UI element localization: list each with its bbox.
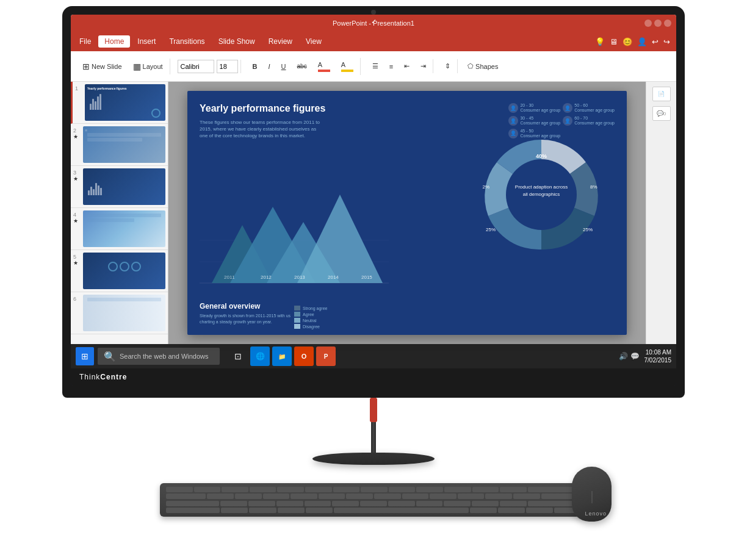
align-group: ⇕: [438, 59, 458, 73]
undo-icon[interactable]: ↩: [652, 37, 659, 46]
numbering-btn[interactable]: ≡: [385, 60, 397, 73]
underline-btn[interactable]: U: [277, 60, 290, 73]
taskbar-multitask-icon[interactable]: ⊡: [228, 346, 248, 366]
mouse-divider: [591, 491, 592, 503]
slide-num-5: 5: [73, 253, 81, 260]
bottom-area: Lenovo: [62, 471, 685, 517]
svg-text:2013: 2013: [294, 275, 305, 280]
network-icon[interactable]: 💬: [630, 352, 640, 361]
age-icon-1: 👤: [508, 103, 518, 113]
taskbar-store-icon[interactable]: 📁: [272, 346, 292, 366]
key: [222, 487, 248, 492]
key: [500, 487, 527, 492]
key-tab: [166, 494, 206, 499]
age-label-4: 60 - 70Consumer age group: [574, 116, 615, 126]
volume-icon[interactable]: 🔊: [619, 352, 628, 361]
shapes-label: Shapes: [475, 63, 498, 70]
key: [444, 501, 471, 506]
key-caps: [166, 501, 219, 506]
key-row-3: [166, 501, 581, 506]
emoji-icon: 😊: [622, 37, 632, 46]
menu-bar-right: 💡 🖥 😊 👤 ↩ ↪: [595, 37, 674, 46]
taskbar-icons: ⊡ 🌐 📁 O P: [228, 346, 336, 366]
indent-left-btn[interactable]: ⇤: [400, 59, 414, 73]
layout-btn[interactable]: ▦ Layout: [129, 59, 167, 74]
strikethrough-btn[interactable]: abc: [293, 60, 311, 73]
slide-star-2: ★: [73, 134, 81, 140]
svg-text:25%: 25%: [486, 227, 496, 232]
slide-thumb-6[interactable]: 6: [71, 292, 168, 334]
highlight-btn[interactable]: A: [337, 58, 358, 75]
menu-home[interactable]: Home: [98, 35, 130, 48]
key: [319, 494, 345, 499]
italic-btn[interactable]: I: [264, 60, 275, 73]
key: [416, 487, 443, 492]
stand-base: [312, 453, 435, 465]
key: [444, 487, 471, 492]
menu-insert[interactable]: Insert: [131, 35, 162, 48]
taskbar: ⊞ 🔍 Search the web and Windows ⊡ 🌐 📁 O: [71, 344, 676, 368]
new-slide-btn[interactable]: ⊞ New Slide: [78, 59, 126, 74]
maximize-btn[interactable]: [654, 20, 662, 27]
comments-icon[interactable]: 💬 0: [652, 106, 671, 121]
text-direction-btn[interactable]: ⇕: [441, 59, 455, 73]
slide-thumb-5[interactable]: 5 ★: [71, 250, 168, 292]
menu-review[interactable]: Review: [262, 35, 298, 48]
key: [498, 508, 525, 513]
slide-star-5: ★: [73, 260, 81, 266]
taskbar-ppt-icon[interactable]: P: [316, 346, 336, 366]
minimize-btn[interactable]: [644, 20, 652, 27]
taskbar-office-icon[interactable]: O: [294, 346, 314, 366]
slide-thumb-3[interactable]: 3 ★: [71, 166, 168, 208]
key: [207, 494, 234, 499]
menu-file[interactable]: File: [73, 35, 97, 48]
font-color-btn[interactable]: A: [314, 58, 334, 75]
key: [388, 501, 415, 506]
svg-text:8%: 8%: [590, 184, 597, 190]
bold-btn[interactable]: B: [248, 60, 262, 73]
windows-start-btn[interactable]: ⊞: [76, 347, 94, 365]
key: [305, 487, 332, 492]
mouse: Lenovo: [572, 467, 612, 522]
taskbar-edge-icon[interactable]: 🌐: [250, 346, 270, 366]
svg-text:2%: 2%: [482, 184, 489, 190]
key: [250, 487, 276, 492]
key: [306, 508, 333, 513]
mountain-chart: 2011 2012 2013 2014 2015: [200, 188, 389, 286]
search-bar[interactable]: 🔍 Search the web and Windows: [98, 348, 220, 365]
svg-text:2015: 2015: [361, 275, 372, 280]
close-btn[interactable]: [664, 20, 671, 27]
slide-thumb-2[interactable]: 2 ★ ◼: [71, 124, 168, 166]
font-size-input[interactable]: [217, 60, 238, 73]
keyboard: [160, 483, 587, 517]
menu-view[interactable]: View: [300, 35, 328, 48]
redo-icon[interactable]: ↪: [663, 37, 670, 46]
menu-slideshow[interactable]: Slide Show: [212, 35, 261, 48]
general-text: Steady growth is shown from 2011-2015 wi…: [200, 313, 297, 325]
slide-thumb-4[interactable]: 4 ★: [71, 208, 168, 250]
highlight-label: A: [341, 61, 353, 72]
slide-thumb-1[interactable]: 1 Yearly performance figures: [71, 82, 168, 124]
user-icon: 👤: [637, 37, 647, 46]
key: [402, 494, 429, 499]
key: [361, 487, 388, 492]
slide-preview-2: ◼: [83, 126, 165, 163]
key: [526, 508, 553, 513]
bullets-btn[interactable]: ☰: [368, 59, 383, 73]
shapes-btn[interactable]: ⬠ Shapes: [463, 60, 503, 73]
store-label: 📁: [278, 353, 286, 360]
notes-icon[interactable]: 📄: [652, 87, 671, 101]
title-bar: ✓ PowerPoint - Presentation1: [71, 15, 676, 32]
font-name-input[interactable]: [178, 60, 214, 73]
monitor-bottom: [71, 386, 676, 398]
menu-transitions[interactable]: Transitions: [163, 35, 211, 48]
mouse-brand-label: Lenovo: [585, 511, 607, 517]
age-group-4: 👤 60 - 70Consumer age group: [563, 116, 615, 126]
slide-star-4: ★: [73, 218, 81, 224]
slide-num-4: 4: [73, 210, 81, 218]
font-color-label: A: [318, 61, 330, 72]
indent-right-btn[interactable]: ⇥: [416, 59, 430, 73]
key: [485, 494, 512, 499]
key: [470, 508, 497, 513]
legend-text-4: Disagree: [303, 325, 320, 329]
